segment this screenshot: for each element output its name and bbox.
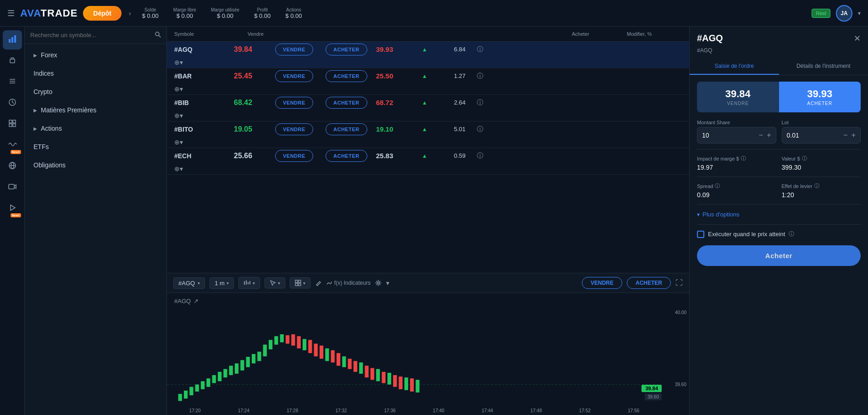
impact-info-icon[interactable]: ⓘ bbox=[741, 155, 746, 162]
vendre-bito-button[interactable]: VENDRE bbox=[275, 123, 313, 135]
category-actions[interactable]: ▶ Actions bbox=[25, 119, 166, 138]
valeur-info-icon[interactable]: ⓘ bbox=[802, 155, 807, 162]
acheter-main-button[interactable]: Acheter bbox=[697, 245, 861, 266]
buy-price-button[interactable]: 39.93 ACHETER bbox=[779, 82, 861, 112]
chart-x-1744: 17:44 bbox=[481, 408, 493, 413]
vendre-bar-button[interactable]: VENDRE bbox=[275, 70, 313, 82]
symbol-ech: #ECH bbox=[174, 152, 234, 160]
table-row[interactable]: #BAR 25.45 VENDRE ACHETER 25.50 ▲ 1.27 ⓘ… bbox=[167, 68, 689, 95]
vendre-bib-button[interactable]: VENDRE bbox=[275, 97, 313, 109]
svg-rect-25 bbox=[248, 282, 249, 284]
search-input[interactable] bbox=[30, 32, 155, 39]
right-panel-header: #AGQ ✕ bbox=[690, 27, 868, 47]
montant-decrease-button[interactable]: − bbox=[759, 131, 763, 139]
chart-type-button[interactable]: ▾ bbox=[238, 277, 260, 289]
chart-vendre-button[interactable]: VENDRE bbox=[582, 277, 622, 289]
sidenav-orders[interactable] bbox=[3, 72, 22, 92]
execute-label: Exécuter quand le prix atteint bbox=[708, 231, 785, 238]
hamburger-icon[interactable]: ☰ bbox=[7, 8, 15, 18]
add-agq-icon[interactable]: ⊕▾ bbox=[174, 59, 234, 66]
svg-rect-1 bbox=[11, 37, 13, 43]
acheter-ech-button[interactable]: ACHETER bbox=[326, 150, 367, 162]
vendre-ech-button[interactable]: VENDRE bbox=[275, 150, 313, 162]
spread-info-icon[interactable]: ⓘ bbox=[715, 183, 720, 189]
tab-saisie-ordre[interactable]: Saisie de l'ordre bbox=[690, 58, 779, 75]
category-etfs[interactable]: ETFs bbox=[25, 138, 166, 156]
search-icon bbox=[155, 31, 161, 39]
btn-group-bar: VENDRE bbox=[275, 70, 326, 82]
divider-1 bbox=[697, 149, 861, 149]
chart-acheter-button[interactable]: ACHETER bbox=[627, 277, 671, 289]
account-dropdown-icon[interactable]: ▾ bbox=[858, 10, 861, 17]
svg-point-31 bbox=[377, 282, 379, 284]
sell-price-big: 39.84 bbox=[703, 88, 773, 100]
execute-checkbox[interactable] bbox=[697, 231, 704, 238]
category-crypto[interactable]: Crypto bbox=[25, 83, 166, 101]
montant-increase-button[interactable]: + bbox=[767, 131, 771, 139]
table-row[interactable]: #BITO 19.05 VENDRE ACHETER 19.10 ▲ 5.01 … bbox=[167, 122, 689, 148]
category-indices[interactable]: Indices bbox=[25, 64, 166, 83]
acheter-bito-button[interactable]: ACHETER bbox=[326, 123, 367, 135]
acheter-bib-button[interactable]: ACHETER bbox=[326, 97, 367, 109]
table-row[interactable]: #BIB 68.42 VENDRE ACHETER 68.72 ▲ 2.64 ⓘ… bbox=[167, 95, 689, 122]
svg-rect-30 bbox=[299, 283, 301, 286]
logo-text: AVATRADE bbox=[20, 7, 77, 19]
expand-chevron-icon[interactable]: › bbox=[129, 10, 131, 17]
add-bar-icon[interactable]: ⊕▾ bbox=[174, 85, 234, 93]
chart-settings-button[interactable] bbox=[375, 280, 381, 286]
info-bib-icon[interactable]: ⓘ bbox=[477, 99, 500, 107]
sell-price-button[interactable]: 39.84 VENDRE bbox=[697, 82, 779, 112]
sidenav-reports[interactable] bbox=[3, 115, 22, 134]
svg-rect-115 bbox=[410, 378, 414, 392]
execute-info-icon[interactable]: ⓘ bbox=[789, 230, 794, 238]
tab-details-instrument[interactable]: Détails de l'instrument bbox=[779, 58, 868, 75]
chart-symbol-selector[interactable]: #AGQ ▾ bbox=[173, 277, 205, 289]
info-agq-icon[interactable]: ⓘ bbox=[477, 45, 500, 54]
chart-timeframe-selector[interactable]: 1 m ▾ bbox=[210, 277, 234, 289]
acheter-agq-button[interactable]: ACHETER bbox=[326, 44, 367, 55]
svg-rect-2 bbox=[14, 35, 16, 43]
category-matieres[interactable]: ▶ Matières Premières bbox=[25, 101, 166, 119]
form-row-amounts: Montant Share 10 − + Lot 0.01 − + bbox=[690, 116, 868, 147]
sidenav-history[interactable] bbox=[3, 94, 22, 113]
avatar[interactable]: JA bbox=[836, 5, 852, 22]
divider-3 bbox=[697, 204, 861, 205]
vendre-agq-button[interactable]: VENDRE bbox=[275, 44, 313, 55]
sidenav-news[interactable] bbox=[3, 157, 22, 176]
plus-options-button[interactable]: ▾ Plus d'options bbox=[690, 206, 868, 222]
chart-draw-button[interactable] bbox=[315, 280, 321, 286]
levier-info-icon[interactable]: ⓘ bbox=[814, 183, 819, 189]
valeur-value: 399.30 bbox=[782, 164, 861, 171]
table-row[interactable]: #ECH 25.66 VENDRE ACHETER 25.83 ▲ 0.59 ⓘ… bbox=[167, 148, 689, 175]
info-ech-icon[interactable]: ⓘ bbox=[477, 152, 500, 160]
chart-fullscreen-button[interactable]: ⛶ bbox=[675, 279, 683, 287]
lot-decrease-button[interactable]: − bbox=[843, 131, 847, 139]
btn-group-agq-buy: ACHETER bbox=[326, 44, 376, 55]
sidenav-portfolio[interactable] bbox=[3, 51, 22, 71]
chart-more-button[interactable]: ▾ bbox=[386, 279, 389, 287]
category-forex[interactable]: ▶ Forex bbox=[25, 46, 166, 64]
depot-button[interactable]: Dépôt bbox=[83, 6, 122, 21]
sidenav-live[interactable]: New! bbox=[3, 199, 22, 218]
sidenav-education[interactable] bbox=[3, 178, 22, 197]
sidenav-chart[interactable] bbox=[3, 30, 22, 50]
symbol-agq: #AGQ bbox=[174, 46, 234, 53]
info-bito-icon[interactable]: ⓘ bbox=[477, 125, 500, 133]
info-bar-icon[interactable]: ⓘ bbox=[477, 72, 500, 80]
chart-cursor-button[interactable]: ▾ bbox=[265, 277, 285, 288]
add-ech-icon[interactable]: ⊕▾ bbox=[174, 165, 234, 172]
svg-rect-55 bbox=[240, 360, 244, 371]
indicators-button[interactable]: 1 m f(x) Indicateurs bbox=[326, 280, 370, 286]
sidenav-signals[interactable]: New! bbox=[3, 136, 22, 155]
chart-layout-button[interactable]: ▾ bbox=[290, 277, 310, 288]
category-obligations[interactable]: Obligations bbox=[25, 156, 166, 174]
lot-increase-button[interactable]: + bbox=[851, 131, 856, 139]
form-montant: Montant Share 10 − + bbox=[697, 120, 776, 144]
acheter-bar-button[interactable]: ACHETER bbox=[326, 70, 367, 82]
close-panel-button[interactable]: ✕ bbox=[854, 33, 861, 44]
add-bito-icon[interactable]: ⊕▾ bbox=[174, 138, 234, 146]
svg-rect-117 bbox=[416, 380, 420, 393]
add-bib-icon[interactable]: ⊕▾ bbox=[174, 112, 234, 119]
table-header: Symbole Vendre Acheter Modifier, % bbox=[167, 27, 689, 42]
table-row[interactable]: #AGQ 39.84 VENDRE ACHETER 39.93 ▲ 6.84 ⓘ… bbox=[167, 42, 689, 68]
